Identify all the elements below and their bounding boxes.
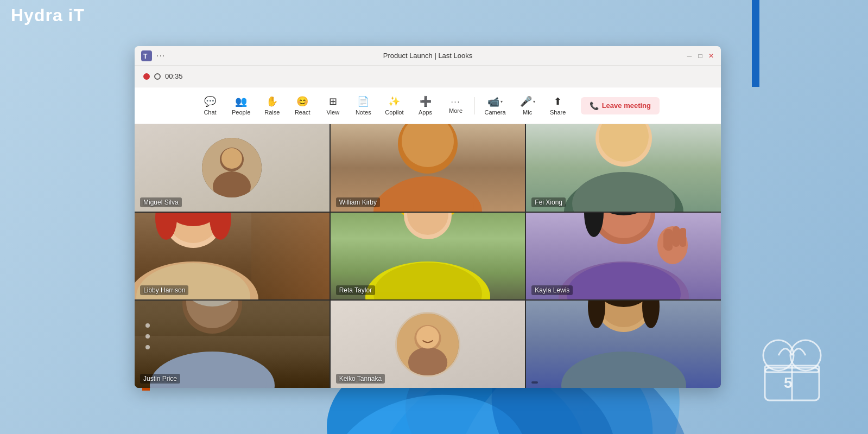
fei-name-label: Fei Xiong xyxy=(531,197,566,207)
teams-window: T ··· Product Launch | Last Looks ─ □ ✕ … xyxy=(135,46,721,388)
copilot-decoration-icon: 5 xyxy=(749,326,835,412)
minimize-button[interactable]: ─ xyxy=(686,53,693,59)
video-cell-fei: Fei Xiong xyxy=(526,124,721,212)
camera-icon: 📹 xyxy=(487,96,499,108)
title-bar: T ··· Product Launch | Last Looks ─ □ ✕ xyxy=(135,46,721,66)
kayla-name-label: Kayla Lewis xyxy=(531,285,573,295)
recording-timer: 00:35 xyxy=(165,72,183,80)
justin-name-label: Justin Price xyxy=(140,374,180,384)
chat-icon: 💬 xyxy=(204,95,216,107)
react-label: React xyxy=(295,109,311,116)
toolbar-people[interactable]: 👥 People xyxy=(226,92,256,119)
raise-icon: ✋ xyxy=(266,95,278,107)
apps-icon: ➕ xyxy=(420,95,432,107)
recording-bar: 00:35 xyxy=(135,66,721,87)
title-bar-left: T ··· xyxy=(141,50,165,61)
window-title: Product Launch | Last Looks xyxy=(383,52,473,60)
svg-point-49 xyxy=(567,263,681,299)
william-name-label: William Kirby xyxy=(336,197,380,207)
blue-accent-strip xyxy=(752,0,759,87)
people-icon: 👥 xyxy=(235,95,247,107)
toolbar-apps[interactable]: ➕ Apps xyxy=(411,92,440,119)
share-icon: ⬆ xyxy=(554,95,562,107)
camera-label: Camera xyxy=(485,109,506,116)
video-cell-kayla: Kayla Lewis xyxy=(526,213,721,300)
svg-point-58 xyxy=(416,326,439,348)
view-label: View xyxy=(326,109,339,116)
reta-name-label: Reta Taylor xyxy=(336,285,375,295)
svg-point-17 xyxy=(221,148,242,169)
apps-label: Apps xyxy=(419,109,432,116)
notes-icon: 📄 xyxy=(357,95,369,107)
toolbar-more[interactable]: ··· More xyxy=(442,94,470,117)
svg-point-21 xyxy=(382,176,474,212)
toolbar-react[interactable]: 😊 React xyxy=(288,92,316,119)
teams-app-icon: T xyxy=(141,50,152,61)
maximize-button[interactable]: □ xyxy=(697,53,704,59)
svg-point-64 xyxy=(642,301,660,328)
svg-text:T: T xyxy=(143,53,148,60)
view-icon: ⊞ xyxy=(329,95,337,107)
svg-point-25 xyxy=(572,172,675,212)
svg-rect-48 xyxy=(663,232,670,249)
svg-rect-47 xyxy=(680,228,686,247)
libby-name-label: Libby Harrison xyxy=(140,285,188,295)
close-button[interactable]: ✕ xyxy=(708,53,714,59)
svg-point-57 xyxy=(408,347,447,376)
more-label: More xyxy=(449,107,462,114)
svg-rect-46 xyxy=(673,226,680,247)
video-cell-unknown xyxy=(526,301,721,388)
title-bar-more-dots[interactable]: ··· xyxy=(156,51,165,61)
copilot-label: Copilot xyxy=(385,109,403,116)
svg-text:5: 5 xyxy=(784,374,793,391)
svg-point-38 xyxy=(373,263,482,299)
video-cell-keiko: Keiko Tannaka xyxy=(331,301,525,388)
raise-label: Raise xyxy=(264,109,280,116)
toolbar-mic[interactable]: 🎤 ▾ Mic xyxy=(514,92,542,119)
toolbar-camera[interactable]: 📹 ▾ Camera xyxy=(479,93,511,119)
mic-chevron-icon: ▾ xyxy=(533,99,535,104)
video-cell-william: William Kirby xyxy=(331,124,525,212)
miguel-name-label: Miguel Silva xyxy=(140,197,182,207)
keiko-name-label: Keiko Tannaka xyxy=(336,374,385,384)
toolbar-raise[interactable]: ✋ Raise xyxy=(258,92,286,119)
video-cell-justin: Justin Price xyxy=(135,301,330,388)
mic-label: Mic xyxy=(523,109,532,116)
mic-icon: 🎤 xyxy=(520,95,532,107)
meeting-toolbar: 💬 Chat 👥 People ✋ Raise 😊 React ⊞ View 📄… xyxy=(135,87,721,124)
copilot-icon: ✨ xyxy=(388,95,400,107)
leave-meeting-button[interactable]: 📞 Leave meeting xyxy=(581,97,660,114)
video-cell-miguel: Miguel Silva xyxy=(135,124,330,212)
video-cell-libby: Libby Harrison xyxy=(135,213,330,300)
toolbar-copilot[interactable]: ✨ Copilot xyxy=(379,92,409,119)
svg-point-63 xyxy=(588,301,605,328)
unknown-name-label xyxy=(531,381,538,384)
phone-leave-icon: 📞 xyxy=(590,101,599,110)
toolbar-share[interactable]: ⬆ Share xyxy=(544,92,572,119)
toolbar-notes[interactable]: 📄 Notes xyxy=(349,92,377,119)
notes-label: Notes xyxy=(356,109,371,116)
miguel-avatar xyxy=(202,138,262,197)
video-grid: Miguel Silva William Kirby xyxy=(135,124,721,388)
leave-meeting-label: Leave meeting xyxy=(602,101,651,110)
toolbar-view[interactable]: ⊞ View xyxy=(319,92,347,119)
brand-logo: Hydra iT xyxy=(11,5,85,25)
toolbar-separator-1 xyxy=(474,97,475,114)
video-cell-reta: Reta Taylor xyxy=(331,213,525,300)
camera-chevron-icon: ▾ xyxy=(500,99,503,104)
share-label: Share xyxy=(550,109,566,116)
recording-indicator-dot xyxy=(143,73,150,80)
title-bar-controls: ─ □ ✕ xyxy=(686,53,714,59)
toolbar-chat[interactable]: 💬 Chat xyxy=(196,92,224,119)
chat-label: Chat xyxy=(204,109,216,116)
react-icon: 😊 xyxy=(296,95,308,107)
more-icon: ··· xyxy=(451,97,461,106)
people-label: People xyxy=(232,109,250,116)
recording-outline-dot xyxy=(154,73,161,80)
